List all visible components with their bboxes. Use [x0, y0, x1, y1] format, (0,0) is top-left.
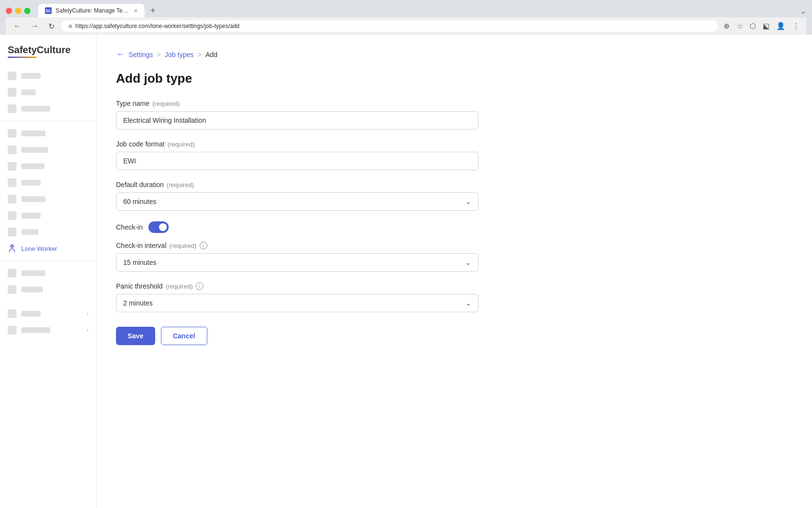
check-in-interval-chevron-icon: ⌄ [465, 259, 471, 266]
browser-action-buttons: ⊕ ☆ ⬡ ⬕ 👤 ⋮ [722, 21, 801, 31]
sidebar-label-5 [21, 147, 48, 153]
extensions-button[interactable]: ⬡ [748, 21, 758, 31]
form-actions: Save Cancel [116, 327, 793, 345]
forward-button[interactable]: → [28, 21, 42, 31]
sidebar-chevron-1: › [87, 310, 88, 317]
sidebar-item-lone-worker[interactable]: Lone Worker [0, 240, 96, 257]
panic-threshold-label: Panic threshold (required) i [116, 282, 793, 290]
check-in-interval-select[interactable]: 15 minutes ⌄ [116, 253, 478, 272]
sidebar-group-label-2 [21, 327, 50, 333]
sidebar-icon-6 [8, 162, 16, 171]
check-in-toggle[interactable] [148, 221, 169, 233]
url-security-icon: ⊕ [68, 23, 72, 29]
panic-threshold-info-icon[interactable]: i [196, 282, 203, 290]
logo-culture: Culture [37, 44, 71, 55]
active-tab[interactable]: SC SafetyCulture: Manage Teams and... × [38, 4, 145, 17]
maximize-window-btn[interactable] [24, 8, 30, 14]
lone-worker-icon [8, 244, 16, 253]
type-name-group: Type name (required) [116, 100, 793, 130]
sidebar-label-1 [21, 73, 41, 79]
sidebar-label-6 [21, 163, 44, 169]
zoom-button[interactable]: ⊕ [722, 21, 732, 31]
tab-favicon: SC [45, 7, 52, 14]
browser-chrome: SC SafetyCulture: Manage Teams and... × … [0, 0, 812, 35]
save-button[interactable]: Save [116, 327, 155, 345]
sidebar-item-3[interactable] [0, 101, 96, 117]
job-code-input[interactable] [116, 152, 478, 170]
sidebar-item-10[interactable] [0, 224, 96, 240]
job-types-link[interactable]: Job types [165, 51, 194, 58]
sidebar-icon-11 [8, 269, 16, 277]
sidebar-group-1[interactable]: › [0, 305, 96, 322]
logo-text: SafetyCulture [8, 44, 88, 56]
sidebar-label-11 [21, 270, 45, 276]
sidebar-label-9 [21, 213, 41, 218]
sidebar-icon-10 [8, 228, 16, 236]
check-in-label: Check-in [116, 223, 143, 231]
back-button[interactable]: ← [11, 21, 24, 31]
sidebar-group-icon-1 [8, 309, 16, 318]
sidebar-item-1[interactable] [0, 68, 96, 84]
sidebar-group-icon-2 [8, 326, 16, 334]
sidebar-label-7 [21, 180, 41, 186]
sidebar-icon-7 [8, 178, 16, 187]
default-duration-chevron-icon: ⌄ [465, 198, 471, 205]
sidebar-item-11[interactable] [0, 265, 96, 281]
reload-button[interactable]: ↻ [45, 21, 58, 32]
bookmark-button[interactable]: ☆ [735, 21, 745, 31]
sidebar-item-7[interactable] [0, 174, 96, 191]
browser-toolbar: ← → ↻ ⊕ https://app.safetyculture.com/lo… [6, 17, 806, 35]
profile-button[interactable]: 👤 [774, 21, 787, 31]
cancel-button[interactable]: Cancel [161, 327, 207, 345]
check-in-interval-wrapper: 15 minutes ⌄ [116, 253, 478, 272]
tab-title: SafetyCulture: Manage Teams and... [56, 7, 130, 14]
close-window-btn[interactable] [6, 8, 12, 14]
sidebar-group-2[interactable]: › [0, 322, 96, 338]
sidebar: SafetyCulture [0, 35, 97, 508]
sidebar-item-12[interactable] [0, 281, 96, 298]
main-content: ← Settings > Job types > Add Add job typ… [97, 35, 812, 508]
sidebar-item-5[interactable] [0, 142, 96, 158]
app-container: SafetyCulture [0, 35, 812, 508]
new-tab-button[interactable]: + [146, 6, 160, 16]
panic-threshold-group: Panic threshold (required) i 2 minutes ⌄ [116, 282, 793, 312]
sidebar-item-8[interactable] [0, 191, 96, 207]
sidebar-item-2[interactable] [0, 84, 96, 101]
check-in-interval-label: Check-in interval (required) i [116, 242, 793, 249]
sidebar-item-6[interactable] [0, 158, 96, 174]
logo: SafetyCulture [0, 43, 96, 68]
sidebar-icon-5 [8, 145, 16, 154]
close-tab-icon[interactable]: × [134, 7, 138, 15]
type-name-input[interactable] [116, 111, 478, 130]
split-view-button[interactable]: ⬕ [761, 21, 771, 31]
sidebar-item-9[interactable] [0, 207, 96, 224]
sidebar-icon-1 [8, 72, 16, 80]
sidebar-label-8 [21, 196, 45, 202]
logo-underline [8, 57, 37, 58]
sidebar-item-4[interactable] [0, 125, 96, 142]
url-bar[interactable]: ⊕ https://app.safetyculture.com/lone-wor… [61, 20, 718, 32]
job-code-group: Job code format (required) [116, 140, 793, 170]
check-in-interval-info-icon[interactable]: i [200, 242, 207, 249]
panic-threshold-wrapper: 2 minutes ⌄ [116, 294, 478, 312]
sidebar-icon-12 [8, 285, 16, 294]
panic-threshold-select[interactable]: 2 minutes ⌄ [116, 294, 478, 312]
back-link[interactable]: ← [116, 49, 125, 59]
minimize-window-btn[interactable] [15, 8, 21, 14]
tab-bar: SC SafetyCulture: Manage Teams and... × … [6, 4, 806, 17]
check-in-interval-group: Check-in interval (required) i 15 minute… [116, 242, 793, 272]
menu-button[interactable]: ⋮ [790, 21, 801, 31]
lone-worker-label: Lone Worker [21, 245, 57, 252]
settings-link[interactable]: Settings [129, 51, 153, 58]
sidebar-icon-3 [8, 104, 16, 113]
sidebar-label-2 [21, 89, 36, 95]
check-in-toggle-row: Check-in [116, 221, 793, 233]
default-duration-group: Default duration (required) 60 minutes ⌄ [116, 181, 793, 211]
default-duration-select[interactable]: 60 minutes ⌄ [116, 192, 478, 211]
logo-safety: Safety [8, 44, 37, 55]
tab-menu-icon[interactable]: ⌄ [800, 6, 806, 15]
sidebar-label-10 [21, 229, 38, 235]
sidebar-group-label-1 [21, 311, 41, 317]
sidebar-icon-9 [8, 211, 16, 220]
default-duration-label: Default duration (required) [116, 181, 793, 189]
